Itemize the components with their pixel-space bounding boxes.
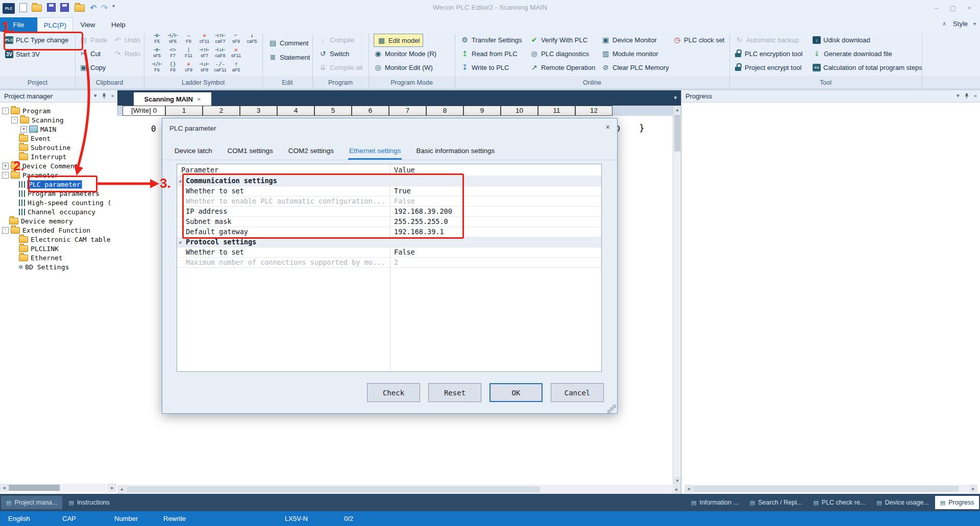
redo-button[interactable]: ↷ Redo [113,47,140,60]
ladder-symbol-button[interactable]: ⊣↓⊢caF8 [212,47,228,60]
collapse-ribbon-icon[interactable]: ∧ [942,20,946,27]
tree-item[interactable]: Channel occupancy [19,207,95,216]
expander-icon[interactable]: - [2,172,9,179]
tree-item-label[interactable]: BD Settings [25,263,69,271]
style-dropdown-icon[interactable]: ▾ [973,21,976,27]
tree-item[interactable]: ⚙BD Settings [19,262,69,271]
ladder-symbol-button[interactable]: ⊣⊢F5 [149,33,165,46]
ladder-symbol-button[interactable]: -/-caF11 [212,61,228,74]
tree-item-label[interactable]: Scanning [32,116,64,124]
tree-item-label[interactable]: MAIN [40,126,56,133]
tree-item-label[interactable]: Parameter [22,171,58,179]
table-row[interactable]: Subnet mask255.255.255.0 [177,216,601,227]
scroll-right-icon[interactable]: ► [969,485,977,493]
tab-list-dropdown-icon[interactable]: ▾ [674,94,677,101]
tree-item[interactable]: -Extended Function [2,226,90,235]
tree-item[interactable]: Event [19,134,51,143]
resize-grip[interactable] [610,407,614,411]
plc-diagnostics-button[interactable]: ◎ PLC diagnostics [530,47,589,60]
tree-item-label[interactable]: Interrupt [31,153,66,161]
ladder-symbol-button[interactable]: |F11 [181,47,197,60]
tab-project-manager[interactable]: ▤Project mana... [1,496,62,509]
expander-icon[interactable]: + [20,126,27,133]
tab-close-icon[interactable]: × [197,95,201,103]
minimize-button[interactable]: – [930,2,943,13]
tab-plc-check[interactable]: ▤PLC check re... [808,496,870,509]
close-button[interactable]: × [963,2,976,13]
udisk-download-button[interactable]: ↓ Udisk download [813,34,870,46]
read-from-plc-button[interactable]: ↥ Read from PLC [460,47,518,60]
panel-dropdown-icon[interactable]: ▾ [957,92,960,99]
scroll-thumb[interactable] [693,486,959,492]
row-value[interactable]: 255.255.255.0 [394,217,448,226]
ladder-symbol-button[interactable]: ⊣↑⊢sF7 [197,47,212,60]
project-encrypt-tool-button[interactable]: Project encrypt tool [735,61,801,73]
table-row[interactable]: Whether to setTrue [177,186,601,196]
panel-close-icon[interactable]: × [111,93,114,99]
automatic-backup-button[interactable]: ↻ Automatic backup [735,34,799,46]
module-monitor-button[interactable]: ▥ Module monitor [601,47,658,60]
editor-vscrollbar[interactable]: ▲ ▼ [673,106,681,485]
plc-clock-set-button[interactable]: ◷ PLC clock set [673,34,724,46]
tree-item-label[interactable]: Event [31,135,51,142]
project-manager-hscrollbar[interactable]: ◄ ► [0,484,116,492]
tab-com2-settings[interactable]: COM2 settings [287,143,335,160]
scroll-left-icon[interactable]: ◄ [117,485,126,493]
dialog-close-icon[interactable]: × [605,122,610,131]
tree-item-label[interactable]: Program [22,107,51,115]
calc-total-steps-button[interactable]: += Calculation of total program steps [813,61,922,73]
tree-item-label[interactable]: Program parameters [28,190,100,197]
tree-item-label[interactable]: Electronic CAM table [31,236,111,243]
generate-download-file-button[interactable]: ⇓ Generate download file [813,47,892,60]
tree-item[interactable]: Ethernet [19,253,63,262]
ladder-symbol-button[interactable]: ↑aF5 [228,61,244,74]
edit-model-button[interactable]: ▦ Edit model [374,34,423,47]
check-button[interactable]: Check [367,383,420,402]
verify-with-plc-button[interactable]: ✔ Verify With PLC [530,34,587,46]
tree-item[interactable]: Program parameters [19,189,100,198]
tree-item[interactable]: -Parameter [2,170,58,180]
monitor-mode-button[interactable]: ◉ Monitor Mode (R) [374,47,436,60]
tree-item[interactable]: Subroutine [19,143,70,152]
table-row[interactable]: Whether to setFalse [177,247,601,258]
tab-com1-settings[interactable]: COM1 settings [227,143,274,160]
scroll-thumb[interactable] [674,115,680,152]
ladder-symbol-button[interactable]: ⊣↓⊢sF8 [197,61,212,74]
pin-icon[interactable] [964,93,969,99]
row-value[interactable]: 192.168.39.200 [394,207,452,215]
tree-item-plc-parameter[interactable]: PLC parameter [19,180,82,189]
compile-button[interactable]: ↓ Compile [318,34,354,46]
panel-dropdown-icon[interactable]: ▾ [94,92,97,99]
monitor-edit-button[interactable]: ◎ Monitor Edit (W) [374,61,433,73]
compile-all-button[interactable]: ⇊ Compile all [318,61,362,73]
table-row-group[interactable]: ◢Communication settings [177,176,601,186]
scroll-left-icon[interactable]: ◄ [684,485,693,493]
menu-help[interactable]: Help [105,17,132,32]
scroll-left-icon[interactable]: ◄ [0,484,8,492]
tree-item-label[interactable]: Subroutine [31,144,70,152]
ladder-symbol-button[interactable]: {}F8 [165,61,181,74]
tree-item-label[interactable]: Ethernet [31,254,63,262]
tree-item[interactable]: Electronic CAM table [19,235,111,244]
ladder-symbol-button[interactable]: ⊣/⊢F6 [149,61,165,74]
row-value[interactable]: False [394,248,415,256]
tab-device-usage[interactable]: ▤Device usage... [871,496,934,509]
ladder-symbol-button[interactable]: <>F7 [165,47,181,60]
scroll-right-icon[interactable]: ► [108,484,116,492]
tree-item[interactable]: -Scanning [11,115,64,124]
tree-item-label[interactable]: High-speed counting ( [28,199,111,207]
write-to-plc-button[interactable]: ↧ Write to PLC [460,61,509,73]
start-3v-button[interactable]: 3V Start 3V [5,48,40,60]
expander-icon[interactable]: - [2,227,9,234]
scroll-up-icon[interactable]: ▲ [673,106,681,114]
table-row[interactable]: Maximum number of connections supported … [177,257,601,268]
plc-encryption-tool-button[interactable]: PLC encryption tool [735,47,802,60]
style-menu[interactable]: Style [953,20,968,28]
tree-item-label[interactable]: Device memory [21,217,73,225]
table-row[interactable]: IP address192.168.39.200 [177,206,601,217]
ladder-symbol-button[interactable]: ⊣↑⊢caF7 [212,33,228,46]
tree-item[interactable]: PLCLINK [19,244,59,253]
comment-button[interactable]: ▤ Comment [268,37,308,49]
reset-button[interactable]: Reset [428,383,481,402]
table-row-group[interactable]: ◢Protocol settings [177,237,601,247]
